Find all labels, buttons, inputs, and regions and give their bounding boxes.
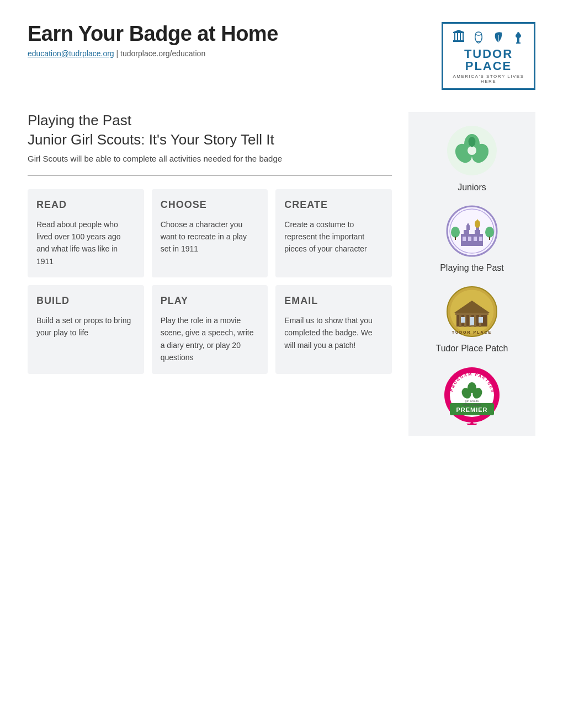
badge-desc: Girl Scouts will be able to complete all… [28, 153, 392, 165]
lamp-icon [509, 28, 527, 46]
svg-text:TUDOR PLACE: TUDOR PLACE [452, 330, 492, 334]
svg-point-11 [516, 34, 521, 38]
playing-past-badge-item: Playing the Past [440, 204, 504, 273]
card-read-body: Read about people who lived over 100 yea… [36, 218, 135, 268]
card-create-body: Create a costume to represent the import… [284, 218, 383, 255]
card-email-title: EMAIL [284, 295, 383, 307]
juniors-badge-svg [444, 123, 500, 178]
divider [28, 175, 392, 176]
section-title: Playing the Past [28, 112, 392, 129]
page-title: Earn Your Badge at Home [28, 22, 278, 46]
premier-badge-item: PREMIER PROGRAM PARTNER girl scouts nati… [442, 365, 502, 425]
svg-text:nation's capital: nation's capital [463, 403, 481, 406]
svg-rect-47 [479, 317, 483, 323]
svg-rect-21 [464, 230, 469, 235]
svg-rect-34 [489, 237, 490, 240]
card-play-body: Play the role in a movie scene, give a s… [161, 314, 259, 364]
card-build-body: Build a set or props to bring your play … [36, 314, 135, 339]
card-play: PLAY Play the role in a movie scene, giv… [152, 285, 268, 374]
svg-rect-4 [460, 33, 461, 40]
svg-rect-32 [455, 237, 456, 240]
email-link[interactable]: education@tudrplace.org [28, 49, 114, 58]
svg-rect-12 [516, 42, 520, 44]
left-column: Playing the Past Junior Girl Scouts: It'… [28, 112, 392, 436]
separator: | [116, 49, 119, 58]
header-links: education@tudrplace.org | tudorplace.org… [28, 49, 278, 58]
juniors-badge-item: Juniors [444, 123, 500, 192]
playing-past-label: Playing the Past [440, 263, 504, 273]
svg-rect-45 [461, 317, 465, 323]
svg-point-7 [476, 32, 481, 35]
card-create: CREATE Create a costume to represent the… [275, 189, 392, 278]
tudor-place-badge-item: TUDOR PLACE Tudor Place Patch [435, 284, 508, 354]
tudor-place-logo: TUDOR PLACE AMERICA'S STORY LIVES HERE [442, 22, 535, 90]
card-read: READ Read about people who lived over 10… [28, 189, 144, 278]
svg-point-17 [468, 146, 476, 155]
svg-point-33 [485, 227, 494, 238]
leaf-icon [490, 28, 507, 46]
svg-rect-5 [463, 33, 464, 40]
card-email: EMAIL Email us to show that you complete… [275, 285, 392, 374]
card-choose: CHOOSE Choose a character you want to re… [152, 189, 268, 278]
juniors-label: Juniors [458, 183, 486, 192]
page: Earn Your Badge at Home education@tudrpl… [0, 0, 563, 458]
svg-rect-30 [479, 237, 482, 241]
premier-badge-svg: PREMIER PROGRAM PARTNER girl scouts nati… [442, 365, 502, 425]
card-play-title: PLAY [161, 295, 259, 307]
columns-icon [450, 28, 468, 46]
card-email-body: Email us to show that you completed the … [284, 314, 383, 351]
main-layout: Playing the Past Junior Girl Scouts: It'… [28, 112, 535, 436]
card-choose-title: CHOOSE [161, 199, 259, 211]
svg-text:PREMIER: PREMIER [456, 406, 487, 413]
header-left: Earn Your Badge at Home education@tudrpl… [28, 22, 278, 58]
svg-text:girl scouts: girl scouts [465, 399, 479, 403]
svg-rect-3 [457, 33, 458, 40]
svg-marker-6 [453, 30, 464, 32]
card-choose-body: Choose a character you want to recreate … [161, 218, 259, 255]
badge-title: Junior Girl Scouts: It's Your Story Tell… [28, 131, 392, 148]
svg-rect-26 [477, 220, 478, 224]
card-read-title: READ [36, 199, 135, 211]
svg-rect-46 [470, 317, 474, 325]
svg-rect-27 [463, 237, 466, 241]
card-create-title: CREATE [284, 199, 383, 211]
tudor-place-svg: TUDOR PLACE [444, 284, 500, 339]
logo-icons [450, 28, 527, 46]
svg-rect-1 [453, 32, 464, 33]
playing-past-svg [444, 204, 500, 259]
website-link: tudorplace.org/education [120, 49, 205, 58]
svg-rect-22 [475, 230, 480, 235]
svg-point-31 [451, 227, 460, 238]
svg-rect-0 [453, 40, 464, 42]
svg-rect-29 [474, 237, 477, 241]
header: Earn Your Badge at Home education@tudrpl… [28, 22, 535, 90]
sidebar: Juniors [408, 112, 535, 436]
vase-icon [470, 28, 487, 46]
activity-cards-grid: READ Read about people who lived over 10… [28, 189, 392, 374]
svg-rect-2 [454, 33, 455, 40]
logo-title: TUDOR PLACE [450, 48, 527, 72]
tudor-place-label: Tudor Place Patch [435, 344, 508, 354]
card-build-title: BUILD [36, 295, 135, 307]
svg-rect-28 [468, 237, 471, 241]
svg-rect-43 [455, 313, 488, 315]
logo-subtitle: AMERICA'S STORY LIVES HERE [450, 74, 527, 84]
card-build: BUILD Build a set or props to bring your… [28, 285, 144, 374]
